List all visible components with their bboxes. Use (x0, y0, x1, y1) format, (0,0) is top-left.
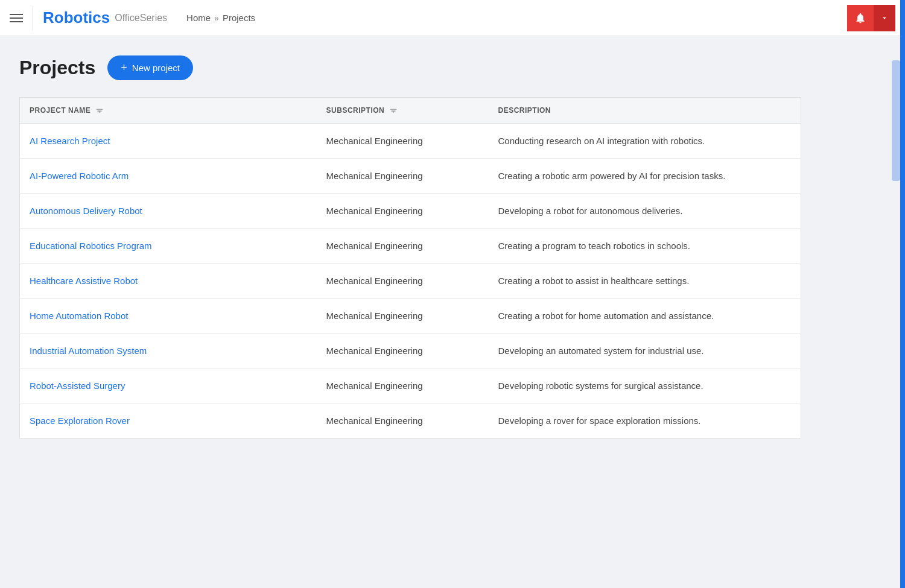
vertical-accent-bar (900, 0, 905, 438)
description-cell: Creating a robotic arm powered by AI for… (488, 159, 801, 194)
description-cell: Developing robotic systems for surgical … (488, 368, 801, 403)
project-name-link[interactable]: Home Automation Robot (30, 311, 128, 321)
table-row: Industrial Automation SystemMechanical E… (20, 334, 801, 368)
breadcrumb-home[interactable]: Home (186, 13, 211, 23)
project-name-link[interactable]: Educational Robotics Program (30, 241, 152, 251)
description-cell: Conducting research on AI integration wi… (488, 124, 801, 159)
bell-icon (854, 12, 866, 24)
breadcrumb-separator: » (214, 13, 219, 23)
notification-bell-button[interactable] (847, 5, 874, 31)
plus-icon: + (121, 62, 127, 74)
table-row: AI Research ProjectMechanical Engineerin… (20, 124, 801, 159)
table-header: PROJECT NAME SUBSCRIPTION D (20, 98, 801, 124)
project-name-link[interactable]: Space Exploration Rover (30, 416, 130, 426)
subscription-cell: Mechanical Engineering (317, 159, 489, 194)
description-cell: Creating a robot for home automation and… (488, 299, 801, 334)
header-divider (33, 6, 33, 30)
table-row: Autonomous Delivery RobotMechanical Engi… (20, 194, 801, 229)
description-cell: Developing a rover for space exploration… (488, 403, 801, 438)
app-logo: Robotics (43, 8, 110, 27)
new-project-button[interactable]: + New project (107, 55, 193, 80)
column-header-subscription: SUBSCRIPTION (317, 98, 489, 124)
subscription-cell: Mechanical Engineering (317, 403, 489, 438)
description-cell: Developing a robot for autonomous delive… (488, 194, 801, 229)
subscription-cell: Mechanical Engineering (317, 334, 489, 368)
column-subscription-label: SUBSCRIPTION (326, 106, 385, 115)
projects-table: PROJECT NAME SUBSCRIPTION D (19, 97, 801, 438)
subscription-cell: Mechanical Engineering (317, 264, 489, 299)
project-name-link[interactable]: AI-Powered Robotic Arm (30, 171, 129, 181)
project-name-link[interactable]: AI Research Project (30, 136, 110, 146)
table-row: Space Exploration RoverMechanical Engine… (20, 403, 801, 438)
new-project-label: New project (132, 63, 180, 73)
description-cell: Creating a robot to assist in healthcare… (488, 264, 801, 299)
header: Robotics OfficeSeries Home » Projects (0, 0, 905, 36)
subscription-cell: Mechanical Engineering (317, 194, 489, 229)
subscription-cell: Mechanical Engineering (317, 368, 489, 403)
project-name-link[interactable]: Autonomous Delivery Robot (30, 206, 142, 216)
column-header-description: DESCRIPTION (488, 98, 801, 124)
breadcrumb-current: Projects (223, 13, 255, 23)
page-title-row: Projects + New project (19, 55, 801, 80)
account-dropdown-button[interactable] (874, 5, 895, 31)
filter-name-icon[interactable] (95, 106, 104, 115)
breadcrumb: Home » Projects (186, 13, 255, 23)
filter-subscription-icon[interactable] (389, 106, 398, 115)
project-name-link[interactable]: Robot-Assisted Surgery (30, 381, 125, 391)
description-cell: Developing an automated system for indus… (488, 334, 801, 368)
subscription-cell: Mechanical Engineering (317, 124, 489, 159)
page-title: Projects (19, 57, 95, 79)
subscription-cell: Mechanical Engineering (317, 299, 489, 334)
header-actions (847, 5, 895, 31)
table-row: AI-Powered Robotic ArmMechanical Enginee… (20, 159, 801, 194)
subscription-cell: Mechanical Engineering (317, 229, 489, 264)
chevron-down-icon (880, 14, 889, 22)
description-cell: Creating a program to teach robotics in … (488, 229, 801, 264)
table-row: Healthcare Assistive RobotMechanical Eng… (20, 264, 801, 299)
menu-icon[interactable] (10, 14, 23, 22)
table-body: AI Research ProjectMechanical Engineerin… (20, 124, 801, 438)
app-subtitle: OfficeSeries (115, 13, 167, 24)
column-header-name: PROJECT NAME (20, 98, 317, 124)
project-name-link[interactable]: Industrial Automation System (30, 346, 147, 356)
table-row: Robot-Assisted SurgeryMechanical Enginee… (20, 368, 801, 403)
column-name-label: PROJECT NAME (30, 106, 91, 115)
table-row: Home Automation RobotMechanical Engineer… (20, 299, 801, 334)
column-description-label: DESCRIPTION (498, 106, 551, 115)
table-header-row: PROJECT NAME SUBSCRIPTION D (20, 98, 801, 124)
project-name-link[interactable]: Healthcare Assistive Robot (30, 276, 138, 286)
main-content: Projects + New project PROJECT NAME (0, 36, 821, 438)
table-row: Educational Robotics ProgramMechanical E… (20, 229, 801, 264)
scrollbar-track[interactable] (892, 60, 900, 181)
